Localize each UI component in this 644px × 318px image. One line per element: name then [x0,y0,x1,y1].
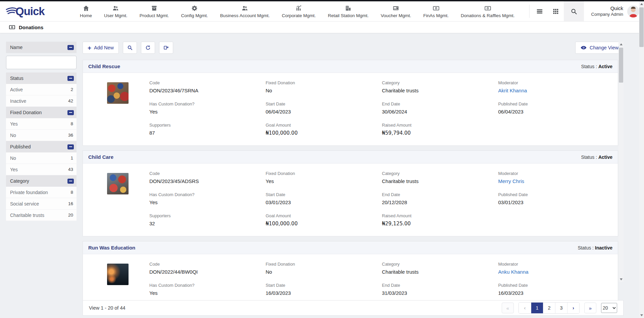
filter-option-status-inactive[interactable]: Inactive42 [6,95,77,107]
plus-icon: + [88,45,91,51]
menu-icon[interactable] [532,1,548,21]
status-label: Status : [581,154,598,160]
filter-group-category[interactable]: Category [6,175,77,187]
app-logo[interactable]: Quick [5,1,62,21]
field-category: CategoryCharitable trusts [382,171,498,184]
field-end-date: End Date20/12/2028 [382,192,498,205]
filter-option-status-active[interactable]: Active2 [6,84,77,95]
logo-text: Quick [15,5,45,18]
field-label: Fixed Donation [266,80,382,85]
content-scroll-thumb[interactable] [619,48,623,83]
card-title[interactable]: Run Was Education [88,245,135,251]
card-header: Child CareStatus : Active [83,151,618,164]
field-label: Has Custom Donation? [149,101,266,106]
change-view-button[interactable]: Change View [575,42,624,54]
filter-option-category-charitable-trusts[interactable]: Charitable trusts20 [6,210,77,221]
field-value: ₦100,000.00 [266,221,382,227]
filter-group-title: Name [10,45,22,50]
status-value: Inactive [595,245,612,251]
filter-option-published-yes[interactable]: Yes43 [6,164,77,175]
home-icon [83,5,90,12]
field-moderator: ModeratorMerry Chris [498,171,615,184]
pagination-page-2[interactable]: 2 [543,303,555,313]
filter-group-status[interactable]: Status [6,73,77,84]
nav-item-config-mgmt[interactable]: Config Mgmt. [181,5,208,18]
collapse-button[interactable] [67,110,74,115]
nav-item-finas-mgmt[interactable]: FinAs Mgmt. [423,5,449,18]
apps-grid-icon[interactable] [548,1,564,21]
collapse-button[interactable] [67,76,74,81]
filter-option-published-no[interactable]: No1 [6,152,77,164]
pagination-next-button[interactable]: › [567,303,579,313]
card-title[interactable]: Child Care [88,154,113,160]
moderator-link[interactable]: Merry Chris [498,178,615,184]
filter-group-title: Published [10,144,31,149]
add-new-button[interactable]: + Add New [83,42,119,54]
avatar[interactable] [627,5,639,17]
field-empty [498,213,615,227]
collapse-button[interactable] [67,179,74,184]
donation-thumbnail [107,173,129,194]
export-button[interactable] [159,42,173,54]
card-body: CodeDON/2023/46/7SRNAFixed DonationNoCat… [83,73,618,145]
donation-card: Child CareStatus : ActiveCodeDON/2023/45… [83,150,618,236]
filter-option-label: Social service [10,201,39,207]
collapse-button[interactable] [67,144,74,149]
nav-item-voucher-mgmt[interactable]: Voucher Mgmt. [381,5,411,18]
pagination-page-1[interactable]: 1 [531,303,543,313]
pagination-page-3[interactable]: 3 [555,303,567,313]
filter-group-fixed-donation[interactable]: Fixed Donation [6,107,77,118]
filter-option-category-social-service[interactable]: Social service16 [6,198,77,210]
pagination: «‹123›»20 [502,302,617,314]
nav-item-donations-raffles-mgmt[interactable]: Donations & Raffles Mgmt. [461,5,514,18]
pagination-prev-button[interactable]: ‹ [519,303,531,313]
page-size-select[interactable]: 20 [601,303,617,313]
field-code: CodeDON/2022/44/BW0QI [149,262,266,275]
nav-item-product-mgmt[interactable]: Product Mgmt. [140,5,169,18]
field-value: 03/01/2023 [498,199,615,205]
content-scrollbar[interactable] [618,42,624,282]
scroll-down-arrow[interactable] [618,277,624,282]
search-button[interactable] [123,42,137,54]
nav-item-retail-station-mgmt[interactable]: Retail Station Mgmt. [328,5,369,18]
field-supporters: Supporters32 [149,213,266,227]
filter-option-fixed-donation-no[interactable]: No36 [6,130,77,141]
user-block[interactable]: Quick Company Admin [584,1,644,21]
sidebar-filters: NameStatusActive2Inactive42Fixed Donatio… [6,42,77,316]
search-icon[interactable] [564,1,584,21]
donation-card: Run Was EducationStatus : InactiveCodeDO… [83,241,618,300]
nav-item-business-account-mgmt[interactable]: Business Account Mgmt. [220,5,270,18]
filter-group-title: Status [10,76,23,81]
nav-item-label: FinAs Mgmt. [423,13,449,18]
refresh-button[interactable] [141,42,155,54]
filter-option-count: 8 [70,190,73,195]
nav-item-label: Config Mgmt. [181,13,208,18]
donation-card-list: Child RescueStatus : ActiveCodeDON/2023/… [83,60,624,300]
page-scrollbar[interactable] [639,1,644,318]
card-title[interactable]: Child Rescue [88,63,120,69]
nav-item-corporate-mgmt[interactable]: Corporate Mgmt. [282,5,316,18]
filter-option-category-private-foundation[interactable]: Private foundation8 [6,187,77,198]
pagination-last-button[interactable]: » [584,303,596,313]
page-scroll-down-arrow[interactable] [639,313,644,318]
pagination-first-button[interactable]: « [502,303,514,313]
collapse-button[interactable] [67,45,74,50]
field-value: DON/2022/44/BW0QI [149,269,266,275]
field-label: End Date [382,192,498,197]
filter-option-fixed-donation-yes[interactable]: Yes8 [6,118,77,130]
moderator-link[interactable]: Akrit Khanna [498,88,615,93]
filter-group-name[interactable]: Name [6,42,77,53]
name-filter-input[interactable] [6,56,77,69]
scroll-up-arrow[interactable] [618,42,624,47]
filter-option-count: 43 [68,167,73,172]
page-scroll-up-arrow[interactable] [639,1,644,7]
page-scroll-thumb[interactable] [639,7,644,47]
toolbar: + Add New Change View [83,42,624,54]
nav-divider [529,5,530,18]
nav-item-user-mgmt[interactable]: User Mgmt. [104,5,128,18]
field-end-date: End Date31/03/2023 [382,283,498,296]
moderator-link[interactable]: Anku Khanna [498,269,615,275]
filter-group-published[interactable]: Published [6,141,77,152]
nav-item-home[interactable]: Home [80,5,92,18]
field-label: Start Date [266,283,382,288]
